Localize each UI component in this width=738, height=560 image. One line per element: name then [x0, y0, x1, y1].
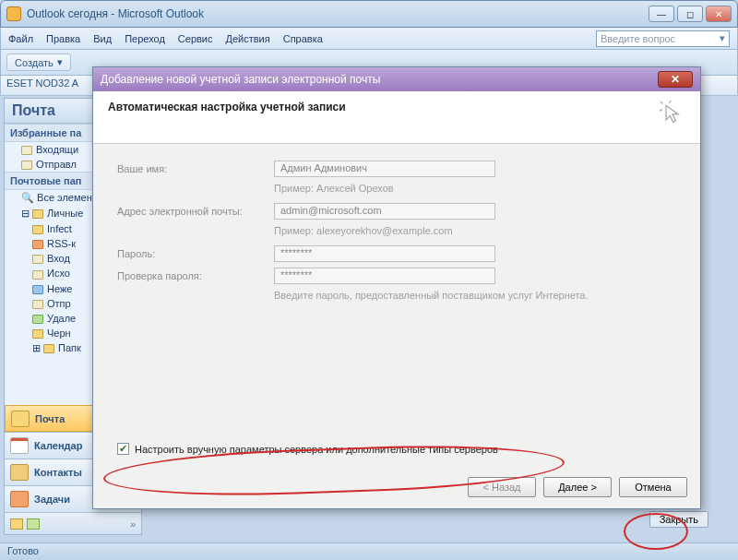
email-label: Адрес электронной почты: [117, 206, 274, 217]
ask-question-box[interactable]: Введите вопрос ▾ [596, 30, 730, 47]
folder-icon[interactable] [10, 518, 23, 530]
svg-line-2 [660, 110, 662, 112]
cancel-button[interactable]: Отмена [619, 477, 687, 497]
password-note: Введите пароль, предоставленный поставщи… [274, 290, 682, 301]
svg-line-0 [661, 101, 663, 104]
add-account-dialog: Добавление новой учетной записи электрон… [92, 66, 701, 509]
outlook-icon [6, 6, 21, 21]
dialog-body: Ваше имя: Админ Админович Пример: Алексе… [93, 144, 700, 308]
menu-edit[interactable]: Правка [46, 33, 80, 44]
create-button[interactable]: Создать ▾ [6, 54, 71, 71]
ask-placeholder: Введите вопрос [601, 33, 675, 44]
dialog-title: Добавление новой учетной записи электрон… [101, 73, 380, 86]
window-titlebar: Outlook сегодня - Microsoft Outlook — ◻ … [0, 0, 738, 28]
name-label: Ваше имя: [117, 163, 274, 174]
nav-footer: » [5, 512, 141, 534]
window-title: Outlook сегодня - Microsoft Outlook [27, 7, 204, 20]
back-button[interactable]: < Назад [468, 477, 536, 497]
email-example: Пример: alexeyorekhov@example.com [274, 225, 682, 236]
menu-bar: Файл Правка Вид Переход Сервис Действия … [0, 28, 738, 50]
mail-icon [11, 411, 30, 427]
name-input[interactable]: Админ Админович [274, 161, 495, 177]
contacts-icon [10, 464, 29, 481]
svg-line-1 [670, 101, 672, 103]
password-input[interactable]: ******** [274, 245, 495, 262]
manual-config-row[interactable]: ✔ Настроить вручную параметры сервера ил… [117, 443, 498, 455]
tasks-icon [10, 491, 29, 507]
dialog-header: Автоматическая настройка учетной записи [93, 91, 700, 144]
email-input[interactable]: admin@microsoft.com [274, 203, 495, 220]
menu-tools[interactable]: Сервис [178, 33, 213, 44]
name-example: Пример: Алексей Орехов [274, 183, 682, 194]
menu-file[interactable]: Файл [8, 33, 33, 44]
manual-config-checkbox[interactable]: ✔ [117, 443, 129, 455]
maximize-button[interactable]: ◻ [677, 6, 703, 22]
dialog-heading: Автоматическая настройка учетной записи [108, 101, 346, 113]
menu-actions[interactable]: Действия [226, 33, 270, 44]
next-button[interactable]: Далее > [543, 477, 612, 497]
calendar-icon [10, 437, 29, 454]
manual-config-label: Настроить вручную параметры сервера или … [135, 444, 498, 455]
minimize-button[interactable]: — [649, 6, 674, 22]
create-label: Создать [15, 57, 54, 68]
chevron-down-icon: ▾ [720, 32, 725, 44]
menu-help[interactable]: Справка [283, 33, 323, 44]
dialog-footer: < Назад Далее > Отмена [468, 477, 687, 497]
confirm-password-input[interactable]: ******** [274, 268, 495, 284]
status-bar: Готово [0, 542, 738, 560]
chevron-down-icon: ▾ [57, 56, 63, 68]
dialog-close-button[interactable]: ✕ [658, 71, 693, 88]
shortcut-icon[interactable] [27, 518, 40, 530]
close-window-button[interactable]: ✕ [706, 6, 732, 22]
close-button[interactable]: Закрыть [649, 511, 708, 528]
chevron-icon[interactable]: » [130, 518, 136, 530]
confirm-password-label: Проверка пароля: [117, 270, 274, 281]
dialog-titlebar: Добавление новой учетной записи электрон… [93, 67, 700, 91]
wizard-cursor-icon [660, 101, 685, 126]
password-label: Пароль: [117, 248, 274, 259]
menu-view[interactable]: Вид [93, 33, 112, 44]
menu-go[interactable]: Переход [125, 33, 165, 44]
